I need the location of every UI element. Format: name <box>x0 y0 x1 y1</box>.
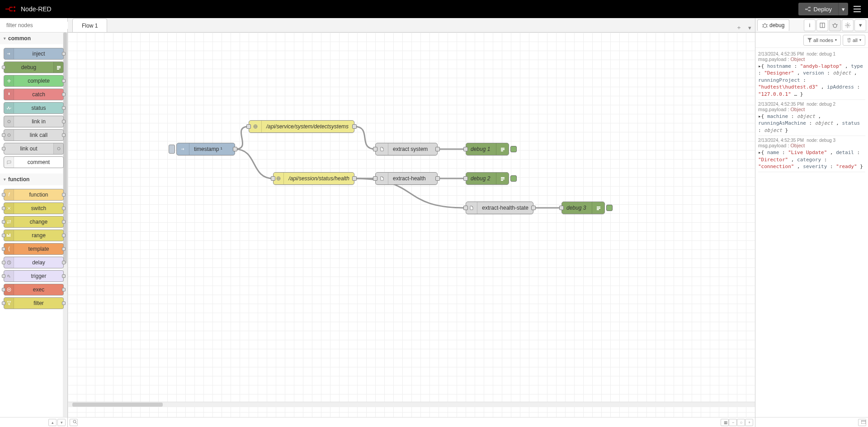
debug-toggle-button[interactable] <box>510 146 517 152</box>
flow-canvas[interactable]: timestamp ¹/api/service/system/detectsys… <box>68 33 755 417</box>
sidebar-config-button[interactable] <box>842 19 854 31</box>
palette-node-status[interactable]: status <box>4 102 64 114</box>
input-port[interactable] <box>246 124 251 129</box>
output-port[interactable] <box>435 176 440 181</box>
palette-expand-button[interactable]: ▾ <box>57 419 66 426</box>
svg-rect-8 <box>57 69 59 70</box>
svg-text:f: f <box>8 192 10 197</box>
debug-filter-label: all nodes <box>813 38 833 43</box>
deploy-caret-button[interactable]: ▾ <box>838 3 848 15</box>
file-icon <box>376 173 388 184</box>
palette-node-catch[interactable]: catch <box>4 89 64 100</box>
flow-node-label: /api/session/status/health <box>284 175 354 182</box>
category-header[interactable]: ▾function <box>0 174 67 185</box>
input-port[interactable] <box>559 206 564 210</box>
palette-node-label: link out <box>4 145 53 152</box>
flow-node-d3[interactable]: debug 3 <box>561 202 605 214</box>
sidebar-help-button[interactable] <box>816 19 828 31</box>
flow-tab[interactable]: Flow 1 <box>72 19 107 32</box>
menu-button[interactable] <box>851 3 863 15</box>
flow-link[interactable] <box>235 149 273 178</box>
flow-node-ts[interactable]: timestamp ¹ <box>176 143 235 155</box>
flow-link[interactable] <box>235 127 249 149</box>
filter-icon <box>4 298 14 309</box>
palette-node-range[interactable]: range <box>4 230 64 241</box>
output-port[interactable] <box>352 124 357 129</box>
debug-icon <box>496 173 509 184</box>
palette-node-template[interactable]: {template <box>4 243 64 255</box>
view-grid-button[interactable]: ▦ <box>721 419 729 426</box>
flow-link[interactable] <box>354 127 375 149</box>
sidebar-info-button[interactable]: i <box>804 19 816 31</box>
palette-node-trigger[interactable]: trigger <box>4 270 64 282</box>
palette-collapse-button[interactable]: ▴ <box>48 419 57 426</box>
palette-node-complete[interactable]: complete <box>4 75 64 87</box>
search-icon <box>73 420 77 424</box>
zoom-in-button[interactable]: + <box>745 419 753 426</box>
debug-clear-button[interactable]: all▾ <box>843 35 865 46</box>
palette-node-function[interactable]: ffunction <box>4 189 64 201</box>
debug-payload: ▸{ name : "Live Update" , detail : "Dire… <box>758 149 865 170</box>
flow-node-d2[interactable]: debug 2 <box>466 172 509 185</box>
debug-icon <box>592 202 604 214</box>
inject-trigger-button[interactable] <box>169 145 175 154</box>
flow-node-ex2[interactable]: extract-health <box>375 172 438 185</box>
deploy-button[interactable]: Deploy <box>798 3 838 15</box>
palette-node-debug[interactable]: debug <box>4 61 64 73</box>
palette-node-switch[interactable]: switch <box>4 202 64 214</box>
palette-node-delay[interactable]: delay <box>4 257 64 268</box>
output-port[interactable] <box>233 147 237 151</box>
input-port[interactable] <box>373 176 377 181</box>
debug-topic: msg.payload <box>758 143 786 148</box>
debug-window-button[interactable] <box>858 419 866 426</box>
debug-filter-button[interactable]: all nodes▾ <box>803 35 841 46</box>
flow-node-api1[interactable]: /api/service/system/detectsystems <box>249 120 354 133</box>
palette-node-label: complete <box>14 78 63 84</box>
palette-node-exec[interactable]: exec <box>4 284 64 296</box>
sidebar-more-button[interactable]: ▾ <box>854 19 866 31</box>
debug-node: node: debug 3 <box>807 138 835 143</box>
output-port[interactable] <box>531 206 536 210</box>
palette-node-link-out[interactable]: link out <box>4 143 64 155</box>
flow-list-button[interactable]: ▾ <box>745 23 754 32</box>
palette-node-comment[interactable]: comment <box>4 156 64 168</box>
navigator-button[interactable] <box>70 419 78 426</box>
debug-toggle-button[interactable] <box>510 175 517 182</box>
input-port[interactable] <box>373 147 377 151</box>
input-port[interactable] <box>271 176 275 181</box>
input-port[interactable] <box>463 176 468 181</box>
flow-node-d1[interactable]: debug 1 <box>466 143 509 155</box>
debug-message[interactable]: 2/13/2024, 4:52:35 PMnode: debug 1msg.pa… <box>758 50 865 100</box>
flow-node-label: /api/service/system/detectsystems <box>262 123 354 130</box>
input-port[interactable] <box>463 147 468 151</box>
palette-node-link-call[interactable]: link call <box>4 129 64 141</box>
flow-node-label: debug 1 <box>466 146 496 152</box>
flow-node-ex3[interactable]: extract-health-state <box>466 202 533 214</box>
flow-node-api2[interactable]: /api/session/status/health <box>273 172 354 185</box>
palette-node-inject[interactable]: inject <box>4 48 64 60</box>
workspace-hscroll[interactable] <box>68 402 755 407</box>
debug-message[interactable]: 2/13/2024, 4:52:35 PMnode: debug 3msg.pa… <box>758 136 865 172</box>
inject-icon <box>177 143 189 155</box>
svg-rect-25 <box>597 206 600 207</box>
filter-input[interactable] <box>5 22 75 29</box>
palette-footer: ▴ ▾ <box>0 417 67 427</box>
palette-node-change[interactable]: change <box>4 216 64 228</box>
palette-node-link-in[interactable]: link in <box>4 116 64 127</box>
debug-message[interactable]: 2/13/2024, 4:52:35 PMnode: debug 2msg.pa… <box>758 100 865 136</box>
svg-rect-23 <box>501 178 505 179</box>
zoom-out-button[interactable]: − <box>729 419 737 426</box>
input-port[interactable] <box>463 206 468 210</box>
debug-node: node: debug 2 <box>807 102 835 107</box>
sidebar-tab-debug[interactable]: debug <box>757 19 789 31</box>
output-port[interactable] <box>435 147 440 151</box>
debug-toggle-button[interactable] <box>606 205 613 211</box>
add-flow-button[interactable]: ＋ <box>734 23 743 32</box>
output-port[interactable] <box>352 176 357 181</box>
flow-node-ex1[interactable]: extract system <box>375 143 438 155</box>
sidebar-debug-button[interactable] <box>829 19 841 31</box>
flow-node-label: timestamp ¹ <box>189 146 235 152</box>
zoom-reset-button[interactable]: ○ <box>737 419 745 426</box>
palette-node-filter[interactable]: filter <box>4 297 64 309</box>
category-header[interactable]: ▾common <box>0 33 67 44</box>
